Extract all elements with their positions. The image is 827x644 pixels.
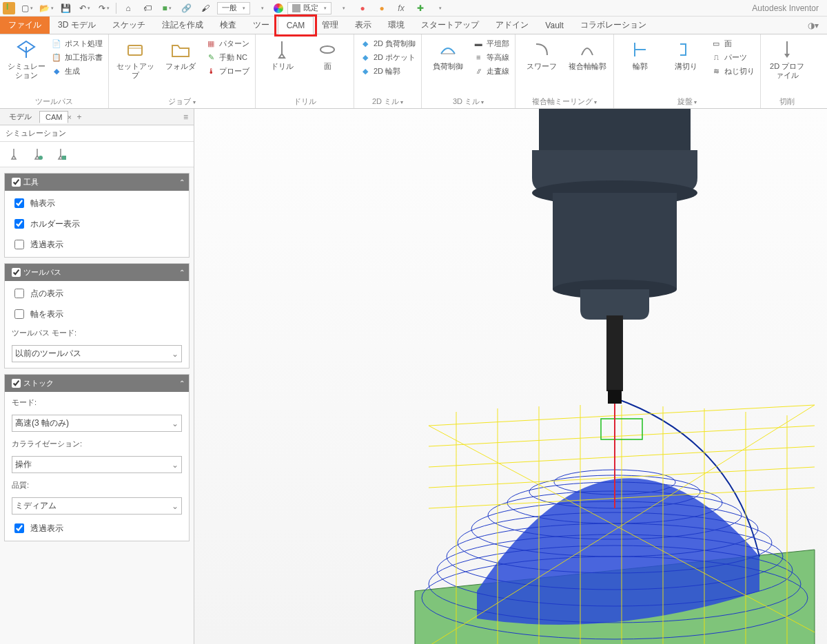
contour-button[interactable]: ≡等高線 [473, 51, 509, 63]
qat-fx-button[interactable]: fx [394, 2, 409, 14]
multiaxis-button[interactable]: 複合軸輪郭 [566, 37, 608, 71]
sim-tool-icon[interactable] [6, 146, 22, 163]
sim-toolpath-icon[interactable] [29, 146, 45, 163]
tool-transparent-check[interactable] [14, 240, 24, 249]
qat-blob1-icon[interactable]: ● [355, 2, 370, 14]
turn-groove-button[interactable]: 溝切り [665, 37, 706, 71]
section-stock-header[interactable]: ストック ⌃ [5, 375, 189, 392]
toolpath-points-check[interactable] [14, 289, 24, 298]
profile2d-button[interactable]: 2D プロファイル [766, 37, 808, 80]
tab-tool[interactable]: ツー [245, 17, 278, 34]
panel-menu-button[interactable]: ≡ [181, 112, 191, 122]
tab-env[interactable]: 環境 [380, 17, 413, 34]
section-tool-header[interactable]: 工具 ⌃ [5, 174, 189, 191]
panel-tab-cam[interactable]: CAM [39, 111, 68, 123]
tab-inspect[interactable]: 検査 [212, 17, 245, 34]
folder-button[interactable]: フォルダ [160, 37, 201, 71]
drill-button[interactable]: ドリル [261, 37, 303, 71]
section-toolpath-check[interactable] [12, 268, 21, 277]
tab-collab[interactable]: コラボレーション [572, 17, 655, 34]
panel-tab-add[interactable]: + [73, 112, 85, 122]
sim-stock-icon[interactable] [52, 146, 69, 163]
qat-redo-button[interactable]: ↷ [96, 2, 112, 14]
manualnc-button[interactable]: ✎手動 NC [205, 51, 249, 63]
qat-paint-button[interactable]: 🖌 [198, 2, 213, 14]
group-multiaxis-title[interactable]: 複合軸ミーリング [521, 95, 608, 107]
toolpath-mode-select[interactable]: 以前のツールパス [12, 345, 182, 362]
panel-tab-close[interactable]: × [67, 113, 71, 121]
setup-button[interactable]: セットアップ [114, 37, 156, 80]
group-2dmill-title[interactable]: 2D ミル [360, 95, 416, 107]
qat-style-combo[interactable]: 一般 [217, 2, 250, 14]
qat-plus-button[interactable]: ✚ [413, 2, 428, 14]
qat-appearance-combo[interactable]: 既定 [287, 2, 331, 14]
toolpath-axis-row[interactable]: 軸を表示 [12, 307, 182, 321]
turn-part-button[interactable]: ⎍パーツ [711, 51, 755, 63]
tab-3dmodel[interactable]: 3D モデル [50, 17, 104, 34]
tool-axis-check[interactable] [14, 198, 24, 208]
qat-tag-button[interactable]: 🏷 [140, 2, 155, 14]
qat-material-button[interactable]: ■ [159, 2, 174, 14]
tab-manage[interactable]: 管理 [314, 17, 347, 34]
turn-thread-button[interactable]: ≋ねじ切り [711, 65, 755, 77]
qat-open-button[interactable]: 📂 [39, 2, 54, 14]
tool-holder-check[interactable] [14, 219, 24, 229]
adaptive-button[interactable]: 負荷制御 [427, 37, 469, 71]
group-lathe-title[interactable]: 旋盤 [620, 95, 755, 107]
parallel-button[interactable]: ⫽走査線 [473, 65, 509, 77]
3d-canvas[interactable] [194, 109, 827, 644]
qat-overflow-button[interactable] [432, 2, 447, 14]
group-3dmill-title[interactable]: 3D ミル [427, 95, 509, 107]
toolpath-points-row[interactable]: 点の表示 [12, 287, 182, 300]
setupsheet-label: 加工指示書 [65, 52, 103, 63]
group-job-title[interactable]: ジョブ [114, 95, 249, 107]
stock-transparent-row[interactable]: 透過表示 [12, 521, 182, 535]
section-toolpath-header[interactable]: ツールパス ⌃ [5, 264, 189, 281]
tool-holder-row[interactable]: ホルダー表示 [12, 217, 182, 231]
pattern-button[interactable]: ▦パターン [205, 37, 249, 50]
turn-face-button[interactable]: ▭面 [711, 37, 755, 50]
qat-blob2-icon[interactable]: ● [374, 2, 389, 14]
stock-quality-select[interactable]: ミディアム [12, 497, 182, 515]
adaptive-label: 負荷制御 [433, 62, 463, 71]
qat-undo-button[interactable]: ↶ [77, 2, 92, 14]
bore-button[interactable]: 面 [307, 37, 348, 71]
tab-vault[interactable]: Vault [537, 17, 571, 34]
setup-label: セットアップ [114, 62, 156, 80]
qat-save-button[interactable]: 💾 [58, 2, 73, 14]
adaptive2d-button[interactable]: ◆2D 負荷制御 [360, 37, 416, 50]
tab-visibility-button[interactable]: ◑▾ [808, 17, 827, 34]
qat-link-button[interactable]: 🔗 [178, 2, 194, 14]
tab-annotate[interactable]: 注記を作成 [154, 17, 212, 34]
qat-home-button[interactable]: ⌂ [121, 2, 136, 14]
stock-color-select[interactable]: 操作 [12, 456, 182, 473]
tool-transparent-row[interactable]: 透過表示 [12, 238, 182, 251]
section-tool-check[interactable] [12, 178, 21, 187]
generate-button[interactable]: ◆生成 [51, 65, 103, 77]
qat-dropdown[interactable] [254, 2, 269, 14]
tab-sketch[interactable]: スケッチ [104, 17, 154, 34]
stock-mode-select[interactable]: 高速(3 軸のみ) [12, 415, 182, 432]
pocket2d-button[interactable]: ◆2D ポケット [360, 51, 416, 63]
appearance-sphere-icon[interactable] [274, 3, 283, 13]
qat-new-button[interactable]: ▢ [19, 2, 34, 14]
section-stock-check[interactable] [12, 379, 21, 388]
tool-axis-row[interactable]: 軸表示 [12, 196, 182, 210]
swarf-button[interactable]: スワーフ [521, 37, 562, 71]
panel-tab-model[interactable]: モデル [3, 110, 38, 124]
flat-button[interactable]: ▬平坦部 [473, 37, 509, 50]
tab-addin[interactable]: アドイン [487, 17, 537, 34]
tab-cam[interactable]: CAM [278, 17, 314, 34]
tab-view[interactable]: 表示 [347, 17, 380, 34]
turn-profile-button[interactable]: 輪郭 [620, 37, 661, 71]
qat-dropdown-2[interactable] [336, 2, 351, 14]
toolpath-axis-check[interactable] [14, 309, 24, 319]
simulation-button[interactable]: シミュレーション [6, 37, 47, 80]
stock-transparent-check[interactable] [14, 523, 24, 533]
tab-file[interactable]: ファイル [0, 17, 50, 34]
setupsheet-button[interactable]: 📋加工指示書 [51, 51, 103, 63]
tab-startup[interactable]: スタートアップ [413, 17, 487, 34]
probe-button[interactable]: 🌡プローブ [205, 65, 249, 77]
contour2d-button[interactable]: ◆2D 輪郭 [360, 65, 416, 77]
postprocess-button[interactable]: 📄ポスト処理 [51, 37, 103, 50]
